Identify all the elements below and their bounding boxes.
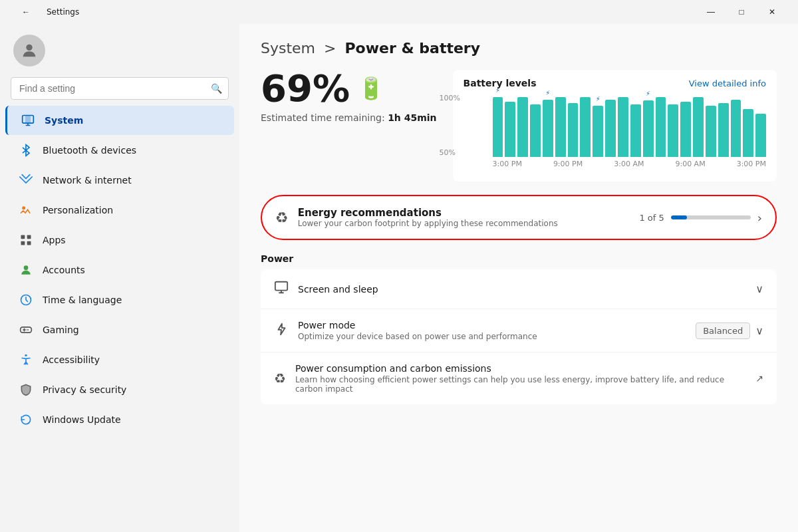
- sidebar-item-privacy[interactable]: Privacy & security: [5, 375, 234, 404]
- maximize-button[interactable]: □: [726, 2, 757, 22]
- power-section-label: Power: [261, 253, 777, 264]
- power-mode-chevron: ∨: [755, 325, 763, 337]
- sidebar-item-system[interactable]: System: [5, 106, 234, 135]
- power-mode-right: Balanced ∨: [696, 323, 763, 339]
- y-label-100: 100%: [440, 94, 460, 102]
- sidebar-item-network[interactable]: Network & internet: [5, 166, 234, 195]
- sidebar-item-accessibility[interactable]: Accessibility: [5, 345, 234, 374]
- title-bar: ← Settings — □ ✕: [0, 0, 798, 24]
- energy-rec-text: Energy recommendations Lower your carbon…: [298, 207, 630, 228]
- chart-bar-21: [755, 114, 766, 157]
- svg-point-3: [23, 207, 25, 209]
- sidebar-item-personalization[interactable]: Personalization: [5, 196, 234, 225]
- chart-bar-12: [643, 100, 654, 157]
- sidebar-item-accounts[interactable]: Accounts: [5, 255, 234, 285]
- power-mode-title: Power mode: [298, 320, 686, 331]
- chart-bar-15: [680, 102, 691, 157]
- carbon-sub: Learn how choosing efficient power setti…: [295, 375, 746, 394]
- svg-rect-4: [21, 235, 25, 239]
- settings-row-screen-sleep[interactable]: Screen and sleep ∨: [261, 269, 777, 309]
- avatar: [13, 35, 45, 66]
- energy-rec-title: Energy recommendations: [298, 207, 630, 219]
- svg-rect-5: [27, 235, 31, 239]
- svg-rect-2: [25, 116, 31, 124]
- battery-est-time: 1h 45min: [388, 112, 436, 123]
- chart-bar-17: [706, 106, 716, 157]
- x-label-0: 3:00 PM: [493, 160, 522, 168]
- energy-rec-icon: ♻️: [275, 209, 289, 226]
- chart-bar-7: [580, 97, 591, 157]
- svg-point-0: [26, 45, 32, 51]
- settings-row-power-mode[interactable]: Power mode Optimize your device based on…: [261, 309, 777, 352]
- energy-rec-card[interactable]: ♻️ Energy recommendations Lower your car…: [261, 195, 777, 240]
- chart-bars: [493, 94, 766, 157]
- svg-rect-6: [21, 241, 25, 245]
- svg-point-11: [25, 354, 27, 356]
- chart-header: Battery levels View detailed info: [464, 78, 766, 88]
- back-button[interactable]: ←: [11, 2, 41, 22]
- power-mode-icon: [274, 322, 289, 340]
- breadcrumb-parent: System: [261, 40, 315, 57]
- screen-sleep-title: Screen and sleep: [298, 284, 746, 295]
- chart-bar-11: [630, 104, 641, 157]
- title-bar-controls: — □ ✕: [696, 2, 787, 22]
- sidebar-item-bluetooth[interactable]: Bluetooth & devices: [5, 136, 234, 165]
- settings-row-carbon[interactable]: ♻️ Power consumption and carbon emission…: [261, 352, 777, 404]
- sidebar-item-gaming[interactable]: Gaming: [5, 315, 234, 344]
- battery-est-label: Estimated time remaining:: [261, 112, 385, 123]
- carbon-icon: ♻️: [274, 370, 286, 386]
- chart-bar-13: [656, 97, 666, 157]
- screen-sleep-icon: [274, 280, 289, 298]
- y-label-50: 50%: [440, 148, 460, 157]
- sidebar: 🔍 System Bluetooth & devices Network &: [0, 24, 239, 532]
- sidebar-nav: System Bluetooth & devices Network & int…: [0, 105, 239, 435]
- power-settings-card: Screen and sleep ∨ Power mode Optimize y…: [261, 269, 777, 404]
- chart-bar-5: [555, 97, 566, 157]
- sidebar-label-personalization: Personalization: [43, 205, 113, 215]
- search-box[interactable]: 🔍: [11, 77, 229, 100]
- close-button[interactable]: ✕: [757, 2, 787, 22]
- svg-point-8: [24, 265, 29, 270]
- top-section: 69% 🔋 Estimated time remaining: 1h 45min…: [261, 70, 777, 182]
- x-label-3: 9:00 AM: [675, 160, 705, 168]
- sidebar-item-apps[interactable]: Apps: [5, 225, 234, 255]
- battery-percent: 69%: [261, 70, 350, 107]
- apps-icon: [19, 233, 33, 247]
- network-icon: [19, 173, 33, 188]
- screen-sleep-right: ∨: [755, 283, 763, 295]
- gaming-icon: [19, 323, 33, 337]
- sidebar-item-update[interactable]: Windows Update: [5, 405, 234, 434]
- x-label-2: 3:00 AM: [614, 160, 644, 168]
- external-link-icon: ↗: [755, 373, 763, 384]
- sidebar-label-accessibility: Accessibility: [43, 354, 100, 365]
- sidebar-label-update: Windows Update: [43, 414, 121, 425]
- chart-bar-0: [493, 97, 503, 157]
- accounts-icon: [19, 263, 33, 277]
- system-icon: [21, 113, 35, 128]
- title-bar-title: Settings: [47, 7, 79, 17]
- app-body: 🔍 System Bluetooth & devices Network &: [0, 24, 798, 532]
- view-detailed-link[interactable]: View detailed info: [689, 78, 766, 88]
- search-input[interactable]: [11, 77, 229, 100]
- breadcrumb: System > Power & battery: [261, 40, 777, 57]
- breadcrumb-current: Power & battery: [344, 40, 480, 57]
- sidebar-label-gaming: Gaming: [43, 325, 79, 335]
- x-label-4: 3:00 PM: [737, 160, 766, 168]
- carbon-title: Power consumption and carbon emissions: [295, 363, 746, 374]
- carbon-text: Power consumption and carbon emissions L…: [295, 363, 746, 394]
- power-mode-dropdown[interactable]: Balanced: [696, 323, 750, 339]
- breadcrumb-sep: >: [324, 40, 336, 57]
- chart-bar-9: [605, 100, 616, 157]
- chart-bar-14: [668, 104, 678, 157]
- sidebar-label-time: Time & language: [43, 295, 122, 305]
- sidebar-label-network: Network & internet: [43, 175, 132, 186]
- accessibility-icon: [19, 352, 33, 367]
- carbon-right: ↗: [755, 373, 763, 384]
- battery-percent-row: 69% 🔋: [261, 70, 437, 107]
- energy-progress-bar: [671, 215, 751, 219]
- minimize-button[interactable]: —: [696, 2, 726, 22]
- chart-bar-4: [543, 100, 553, 157]
- battery-estimated: Estimated time remaining: 1h 45min: [261, 112, 437, 123]
- sidebar-item-time[interactable]: Time & language: [5, 285, 234, 315]
- profile-section: [0, 24, 239, 74]
